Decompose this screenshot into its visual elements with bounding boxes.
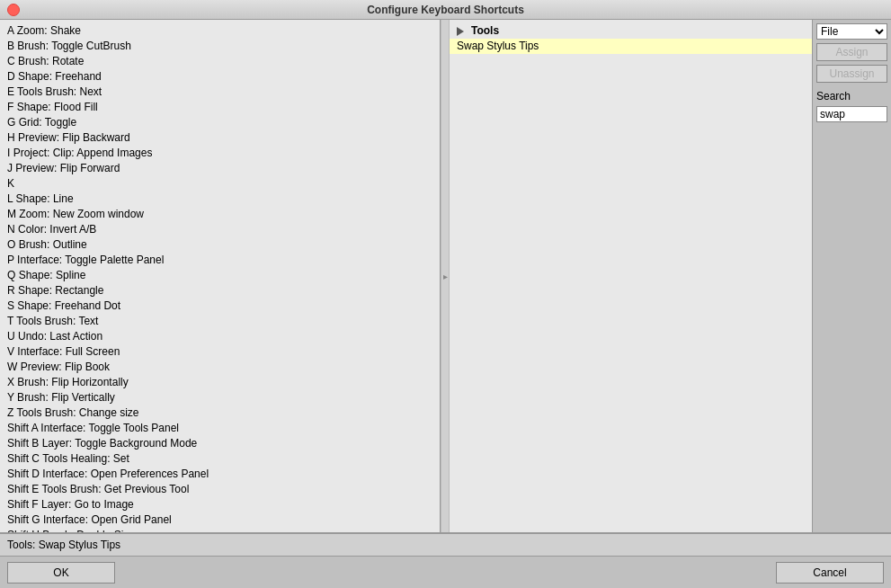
title-bar: Configure Keyboard Shortcuts [0, 0, 891, 20]
right-shortcut-panel[interactable]: ToolsSwap Stylus Tips [450, 20, 812, 532]
right-category[interactable]: Tools [450, 23, 812, 39]
list-item[interactable]: O Brush: Outline [0, 237, 440, 253]
list-item[interactable]: Shift G Interface: Open Grid Panel [0, 512, 440, 528]
list-item[interactable]: E Tools Brush: Next [0, 85, 440, 100]
list-item[interactable]: Shift H Brush: Double Size [0, 528, 440, 532]
far-right-panel: File Assign Unassign Search [812, 20, 891, 532]
list-item[interactable]: N Color: Invert A/B [0, 222, 440, 237]
list-item[interactable]: B Brush: Toggle CutBrush [0, 39, 440, 54]
list-item[interactable]: U Undo: Last Action [0, 329, 440, 344]
list-item[interactable]: Q Shape: Spline [0, 268, 440, 283]
list-item[interactable]: Z Tools Brush: Change size [0, 405, 440, 421]
list-item[interactable]: P Interface: Toggle Palette Panel [0, 253, 440, 268]
file-select[interactable]: File [816, 23, 887, 40]
divider-handle[interactable]: ▸ [441, 20, 450, 532]
cancel-button[interactable]: Cancel [776, 562, 884, 584]
list-item[interactable]: V Interface: Full Screen [0, 344, 440, 360]
list-item[interactable]: F Shape: Flood Fill [0, 100, 440, 115]
list-item[interactable]: Shift F Layer: Go to Image [0, 497, 440, 512]
list-item[interactable]: R Shape: Rectangle [0, 283, 440, 298]
status-text: Tools: Swap Stylus Tips [7, 539, 120, 551]
right-shortcut-list: ToolsSwap Stylus Tips [450, 20, 812, 58]
list-item[interactable]: Y Brush: Flip Vertically [0, 390, 440, 405]
status-bar: Tools: Swap Stylus Tips [0, 533, 891, 557]
list-item[interactable]: J Preview: Flip Forward [0, 161, 440, 176]
search-label: Search [816, 90, 887, 102]
main-content: A Zoom: ShakeB Brush: Toggle CutBrushC B… [0, 20, 891, 533]
list-item[interactable]: Shift A Interface: Toggle Tools Panel [0, 421, 440, 436]
unassign-button[interactable]: Unassign [816, 65, 887, 83]
list-item[interactable]: A Zoom: Shake [0, 23, 440, 39]
window-title: Configure Keyboard Shortcuts [367, 4, 524, 16]
list-item[interactable]: Shift C Tools Healing: Set [0, 451, 440, 467]
list-item[interactable]: L Shape: Line [0, 192, 440, 207]
assign-button[interactable]: Assign [816, 43, 887, 61]
list-item[interactable]: Shift D Interface: Open Preferences Pane… [0, 467, 440, 482]
list-item[interactable]: S Shape: Freehand Dot [0, 298, 440, 314]
close-button[interactable] [7, 4, 20, 16]
shortcut-list: A Zoom: ShakeB Brush: Toggle CutBrushC B… [0, 20, 440, 532]
list-item[interactable]: G Grid: Toggle [0, 115, 440, 130]
list-item[interactable]: H Preview: Flip Backward [0, 130, 440, 146]
list-item[interactable]: X Brush: Flip Horizontally [0, 375, 440, 390]
list-item[interactable]: I Project: Clip: Append Images [0, 146, 440, 161]
list-item[interactable]: M Zoom: New Zoom window [0, 207, 440, 222]
list-item[interactable]: D Shape: Freehand [0, 69, 440, 85]
left-shortcut-panel[interactable]: A Zoom: ShakeB Brush: Toggle CutBrushC B… [0, 20, 441, 532]
search-input[interactable] [816, 106, 887, 122]
ok-button[interactable]: OK [7, 562, 115, 584]
list-item[interactable]: Shift B Layer: Toggle Background Mode [0, 436, 440, 451]
list-item[interactable]: Shift E Tools Brush: Get Previous Tool [0, 482, 440, 497]
list-item[interactable]: T Tools Brush: Text [0, 314, 440, 329]
bottom-bar: OK Cancel [0, 557, 891, 588]
right-list-item[interactable]: Swap Stylus Tips [450, 39, 812, 54]
list-item[interactable]: W Preview: Flip Book [0, 360, 440, 375]
list-item[interactable]: C Brush: Rotate [0, 54, 440, 69]
list-item[interactable]: K [0, 176, 440, 192]
